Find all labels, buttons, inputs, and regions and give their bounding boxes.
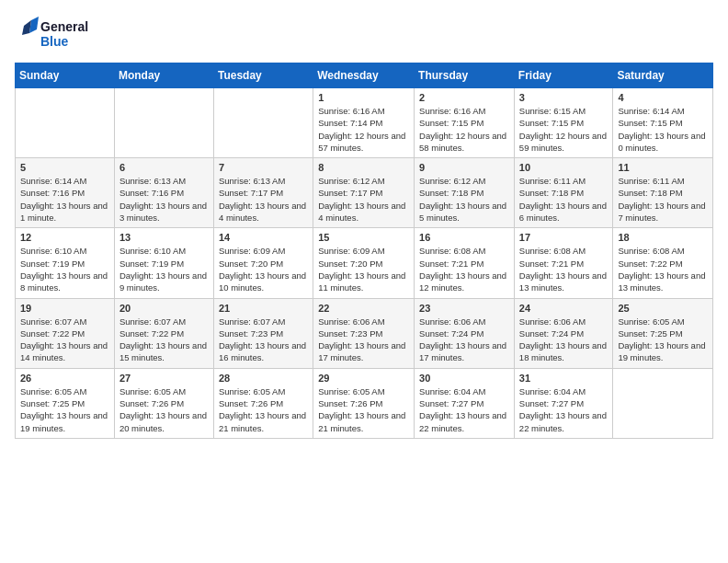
day-info: Sunrise: 6:13 AM Sunset: 7:17 PM Dayligh… [219, 175, 308, 224]
calendar-cell [16, 88, 115, 158]
calendar-cell: 25Sunrise: 6:05 AM Sunset: 7:25 PM Dayli… [613, 298, 713, 368]
day-number: 22 [318, 303, 409, 314]
calendar-cell: 18Sunrise: 6:08 AM Sunset: 7:22 PM Dayli… [613, 228, 713, 298]
day-info: Sunrise: 6:07 AM Sunset: 7:22 PM Dayligh… [20, 316, 109, 364]
calendar-cell [213, 88, 313, 158]
day-number: 23 [419, 303, 509, 314]
calendar-cell: 14Sunrise: 6:09 AM Sunset: 7:20 PM Dayli… [213, 228, 313, 298]
day-info: Sunrise: 6:04 AM Sunset: 7:27 PM Dayligh… [419, 385, 509, 434]
day-header-tuesday: Tuesday [213, 63, 313, 88]
day-number: 16 [419, 232, 509, 243]
calendar-cell: 29Sunrise: 6:05 AM Sunset: 7:26 PM Dayli… [313, 368, 415, 438]
day-number: 30 [419, 373, 509, 384]
day-header-thursday: Thursday [415, 63, 515, 88]
logo-svg: General Blue [15, 15, 97, 52]
calendar-cell: 17Sunrise: 6:08 AM Sunset: 7:21 PM Dayli… [514, 228, 613, 298]
week-row-2: 5Sunrise: 6:14 AM Sunset: 7:16 PM Daylig… [16, 158, 713, 228]
calendar-cell [114, 88, 213, 158]
day-info: Sunrise: 6:05 AM Sunset: 7:26 PM Dayligh… [119, 385, 209, 434]
calendar-cell: 28Sunrise: 6:05 AM Sunset: 7:26 PM Dayli… [213, 368, 313, 438]
calendar-cell: 19Sunrise: 6:07 AM Sunset: 7:22 PM Dayli… [16, 298, 115, 368]
day-info: Sunrise: 6:05 AM Sunset: 7:26 PM Dayligh… [219, 385, 308, 434]
day-info: Sunrise: 6:15 AM Sunset: 7:15 PM Dayligh… [519, 105, 609, 154]
page-container: General Blue SundayMondayTuesdayWednesda… [0, 0, 728, 454]
day-number: 28 [219, 373, 308, 384]
week-row-3: 12Sunrise: 6:10 AM Sunset: 7:19 PM Dayli… [16, 228, 713, 298]
calendar-cell: 16Sunrise: 6:08 AM Sunset: 7:21 PM Dayli… [415, 228, 515, 298]
day-number: 9 [419, 162, 509, 173]
calendar-cell: 20Sunrise: 6:07 AM Sunset: 7:22 PM Dayli… [114, 298, 213, 368]
day-info: Sunrise: 6:08 AM Sunset: 7:21 PM Dayligh… [419, 245, 509, 293]
calendar-cell: 12Sunrise: 6:10 AM Sunset: 7:19 PM Dayli… [16, 228, 115, 298]
day-number: 21 [219, 303, 308, 314]
calendar-cell: 6Sunrise: 6:13 AM Sunset: 7:16 PM Daylig… [114, 158, 213, 228]
day-number: 15 [318, 232, 409, 243]
day-info: Sunrise: 6:06 AM Sunset: 7:23 PM Dayligh… [318, 316, 409, 364]
day-number: 17 [519, 232, 609, 243]
day-info: Sunrise: 6:13 AM Sunset: 7:16 PM Dayligh… [119, 175, 209, 224]
day-header-monday: Monday [114, 63, 213, 88]
calendar-cell: 15Sunrise: 6:09 AM Sunset: 7:20 PM Dayli… [313, 228, 415, 298]
calendar-cell: 13Sunrise: 6:10 AM Sunset: 7:19 PM Dayli… [114, 228, 213, 298]
day-info: Sunrise: 6:07 AM Sunset: 7:22 PM Dayligh… [119, 316, 209, 364]
calendar-cell: 21Sunrise: 6:07 AM Sunset: 7:23 PM Dayli… [213, 298, 313, 368]
svg-marker-2 [29, 17, 39, 33]
day-info: Sunrise: 6:08 AM Sunset: 7:22 PM Dayligh… [618, 245, 708, 293]
day-number: 20 [119, 303, 209, 314]
calendar-cell: 4Sunrise: 6:14 AM Sunset: 7:15 PM Daylig… [613, 88, 713, 158]
calendar-cell: 22Sunrise: 6:06 AM Sunset: 7:23 PM Dayli… [313, 298, 415, 368]
day-number: 8 [318, 162, 409, 173]
day-header-saturday: Saturday [613, 63, 713, 88]
calendar-cell: 24Sunrise: 6:06 AM Sunset: 7:24 PM Dayli… [514, 298, 613, 368]
day-number: 13 [119, 232, 209, 243]
day-info: Sunrise: 6:11 AM Sunset: 7:18 PM Dayligh… [618, 175, 708, 224]
day-number: 4 [618, 92, 708, 103]
day-number: 12 [20, 232, 109, 243]
day-info: Sunrise: 6:16 AM Sunset: 7:15 PM Dayligh… [419, 105, 509, 154]
week-row-4: 19Sunrise: 6:07 AM Sunset: 7:22 PM Dayli… [16, 298, 713, 368]
day-header-friday: Friday [514, 63, 613, 88]
day-info: Sunrise: 6:07 AM Sunset: 7:23 PM Dayligh… [219, 316, 308, 364]
calendar-cell: 1Sunrise: 6:16 AM Sunset: 7:14 PM Daylig… [313, 88, 415, 158]
calendar-cell: 9Sunrise: 6:12 AM Sunset: 7:18 PM Daylig… [415, 158, 515, 228]
day-number: 25 [618, 303, 708, 314]
day-info: Sunrise: 6:14 AM Sunset: 7:16 PM Dayligh… [20, 175, 109, 224]
header: General Blue [15, 15, 713, 52]
day-info: Sunrise: 6:16 AM Sunset: 7:14 PM Dayligh… [318, 105, 409, 154]
day-info: Sunrise: 6:11 AM Sunset: 7:18 PM Dayligh… [519, 175, 609, 224]
day-number: 5 [20, 162, 109, 173]
calendar-cell: 10Sunrise: 6:11 AM Sunset: 7:18 PM Dayli… [514, 158, 613, 228]
day-info: Sunrise: 6:09 AM Sunset: 7:20 PM Dayligh… [219, 245, 308, 293]
day-info: Sunrise: 6:06 AM Sunset: 7:24 PM Dayligh… [519, 316, 609, 364]
day-number: 7 [219, 162, 308, 173]
day-info: Sunrise: 6:12 AM Sunset: 7:18 PM Dayligh… [419, 175, 509, 224]
calendar-cell [613, 368, 713, 438]
calendar-cell: 23Sunrise: 6:06 AM Sunset: 7:24 PM Dayli… [415, 298, 515, 368]
day-header-sunday: Sunday [16, 63, 115, 88]
day-number: 19 [20, 303, 109, 314]
calendar-cell: 27Sunrise: 6:05 AM Sunset: 7:26 PM Dayli… [114, 368, 213, 438]
day-info: Sunrise: 6:14 AM Sunset: 7:15 PM Dayligh… [618, 105, 708, 154]
calendar-cell: 26Sunrise: 6:05 AM Sunset: 7:25 PM Dayli… [16, 368, 115, 438]
day-number: 24 [519, 303, 609, 314]
calendar-cell: 30Sunrise: 6:04 AM Sunset: 7:27 PM Dayli… [415, 368, 515, 438]
calendar-cell: 11Sunrise: 6:11 AM Sunset: 7:18 PM Dayli… [613, 158, 713, 228]
day-number: 6 [119, 162, 209, 173]
day-number: 10 [519, 162, 609, 173]
svg-text:Blue: Blue [40, 34, 69, 49]
day-info: Sunrise: 6:08 AM Sunset: 7:21 PM Dayligh… [519, 245, 609, 293]
day-info: Sunrise: 6:05 AM Sunset: 7:25 PM Dayligh… [618, 316, 708, 364]
logo: General Blue [15, 15, 97, 52]
day-header-wednesday: Wednesday [313, 63, 415, 88]
week-row-1: 1Sunrise: 6:16 AM Sunset: 7:14 PM Daylig… [16, 88, 713, 158]
day-number: 27 [119, 373, 209, 384]
day-info: Sunrise: 6:05 AM Sunset: 7:25 PM Dayligh… [20, 385, 109, 434]
calendar-cell: 3Sunrise: 6:15 AM Sunset: 7:15 PM Daylig… [514, 88, 613, 158]
day-number: 3 [519, 92, 609, 103]
day-info: Sunrise: 6:09 AM Sunset: 7:20 PM Dayligh… [318, 245, 409, 293]
day-info: Sunrise: 6:12 AM Sunset: 7:17 PM Dayligh… [318, 175, 409, 224]
calendar-cell: 8Sunrise: 6:12 AM Sunset: 7:17 PM Daylig… [313, 158, 415, 228]
day-info: Sunrise: 6:06 AM Sunset: 7:24 PM Dayligh… [419, 316, 509, 364]
day-number: 11 [618, 162, 708, 173]
calendar-cell: 2Sunrise: 6:16 AM Sunset: 7:15 PM Daylig… [415, 88, 515, 158]
